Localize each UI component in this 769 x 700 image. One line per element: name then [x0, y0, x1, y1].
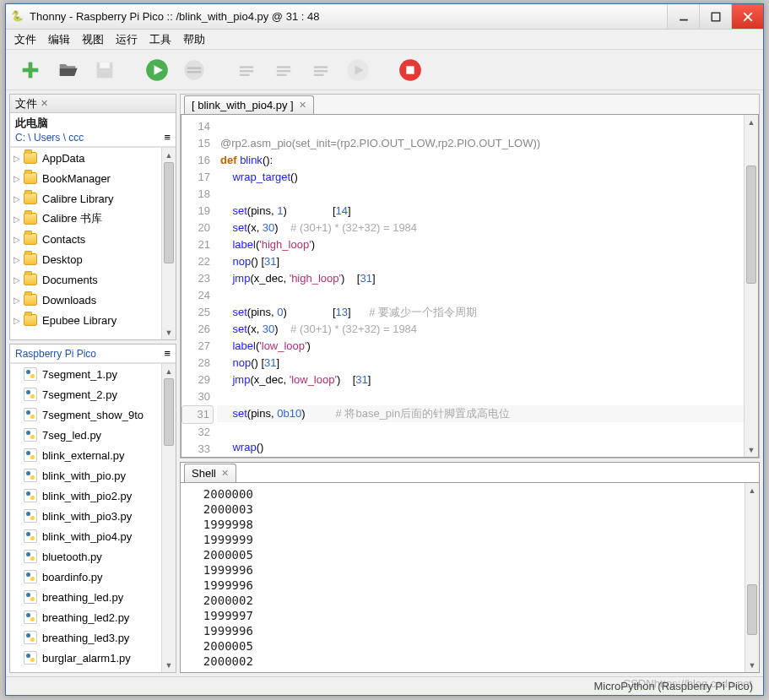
- folder-icon: [24, 152, 37, 164]
- folder-icon: [24, 253, 37, 265]
- svg-rect-20: [314, 70, 328, 72]
- open-file-button[interactable]: [53, 56, 82, 84]
- file-label: 7segment_1.py: [42, 368, 117, 381]
- files-panel-close-icon[interactable]: ✕: [41, 98, 48, 109]
- folder-item[interactable]: ▷BookManager: [10, 168, 176, 188]
- step-out-button[interactable]: [306, 56, 335, 84]
- python-file-icon: [24, 529, 37, 543]
- local-computer-label[interactable]: 此电脑: [15, 116, 171, 131]
- file-label: 7segment_2.py: [42, 388, 117, 401]
- status-bar: MicroPython (Raspberry Pi Pico): [6, 676, 763, 695]
- folder-label: BookManager: [42, 172, 111, 185]
- device-file-tree[interactable]: ▲▼ 7segment_1.py7segment_2.py7segment_sh…: [10, 363, 176, 672]
- file-label: blink_external.py: [42, 449, 125, 462]
- close-button[interactable]: [731, 4, 763, 29]
- code-editor[interactable]: 1415161718192021222324252627282930313233…: [181, 115, 759, 458]
- stop-button[interactable]: [396, 56, 425, 84]
- svg-rect-21: [314, 73, 324, 75]
- python-file-icon: [24, 590, 37, 604]
- folder-item[interactable]: ▷AppData: [10, 148, 176, 168]
- file-item[interactable]: breathing_led3.py: [10, 627, 176, 648]
- folder-item[interactable]: ▷Contacts: [10, 229, 176, 249]
- folder-item[interactable]: ▷Downloads: [10, 290, 176, 310]
- local-path[interactable]: C: \ Users \ ccc: [15, 132, 84, 144]
- files-panel-local: 文件 ✕ 此电脑 C: \ Users \ ccc ≡ ▲▼ ▷AppData▷…: [9, 94, 176, 340]
- file-label: breathing_led3.py: [42, 632, 129, 644]
- status-interpreter[interactable]: MicroPython (Raspberry Pi Pico): [593, 680, 753, 692]
- debug-button[interactable]: [180, 56, 208, 84]
- python-file-icon: [24, 408, 37, 421]
- run-button[interactable]: [143, 56, 171, 84]
- shell-panel: Shell ✕ 2000000 2000003 1999998 1999999 …: [180, 462, 760, 673]
- menu-run[interactable]: 运行: [116, 32, 138, 47]
- folder-icon: [24, 294, 37, 306]
- file-item[interactable]: blink_with_pio2.py: [10, 486, 176, 506]
- menu-edit[interactable]: 编辑: [48, 32, 70, 47]
- editor-tab-close-icon[interactable]: ✕: [299, 100, 306, 111]
- editor-scrollbar[interactable]: ▲▼: [744, 115, 758, 457]
- file-item[interactable]: 7seg_led.py: [10, 425, 176, 445]
- svg-rect-12: [187, 71, 201, 73]
- folder-item[interactable]: ▷Epubee Library: [10, 310, 176, 330]
- file-item[interactable]: 7segment_1.py: [10, 364, 176, 384]
- file-item[interactable]: burglar_alarm1.py: [10, 648, 176, 668]
- save-button[interactable]: [90, 56, 119, 84]
- window-title: Thonny - Raspberry Pi Pico :: /blink_wit…: [30, 10, 667, 23]
- menu-bar: 文件 编辑 视图 运行 工具 帮助: [6, 30, 763, 50]
- svg-rect-5: [29, 62, 33, 78]
- menu-file[interactable]: 文件: [14, 32, 36, 47]
- folder-icon: [24, 314, 37, 326]
- files-panel-menu-icon[interactable]: ≡: [164, 131, 171, 144]
- svg-rect-13: [240, 66, 253, 68]
- folder-tree[interactable]: ▲▼ ▷AppData▷BookManager▷Calibre Library▷…: [10, 147, 176, 339]
- resume-button[interactable]: [344, 56, 372, 84]
- maximize-button[interactable]: [699, 4, 731, 29]
- file-item[interactable]: 7segment_show_9to: [10, 404, 176, 425]
- step-into-button[interactable]: [269, 56, 298, 84]
- file-item[interactable]: 7segment_2.py: [10, 384, 176, 404]
- file-label: blink_with_pio3.py: [42, 510, 132, 523]
- menu-view[interactable]: 视图: [82, 32, 104, 47]
- file-item[interactable]: breathing_led2.py: [10, 607, 176, 627]
- svg-point-10: [184, 60, 203, 79]
- python-file-icon: [24, 489, 37, 502]
- folder-item[interactable]: ▷Documents: [10, 269, 176, 290]
- folder-item[interactable]: ▷Calibre Library: [10, 188, 176, 209]
- svg-rect-16: [277, 66, 290, 68]
- title-bar: 🐍 Thonny - Raspberry Pi Pico :: /blink_w…: [6, 4, 763, 30]
- folder-icon: [24, 274, 37, 285]
- step-over-button[interactable]: [232, 56, 261, 84]
- toolbar: [6, 50, 763, 90]
- menu-tools[interactable]: 工具: [149, 32, 171, 47]
- svg-rect-11: [187, 67, 201, 68]
- file-item[interactable]: bluetooth.py: [10, 546, 176, 567]
- file-item[interactable]: blink_external.py: [10, 445, 176, 465]
- editor-panel: [ blink_with_pio4.py ] ✕ 141516171819202…: [180, 94, 760, 459]
- editor-tab[interactable]: [ blink_with_pio4.py ] ✕: [184, 95, 314, 114]
- code-area[interactable]: @rp2.asm_pio(set_init=(rp2.PIO.OUT_LOW,r…: [217, 115, 758, 457]
- file-item[interactable]: breathing_led.py: [10, 587, 176, 607]
- folder-item[interactable]: ▷Desktop: [10, 249, 176, 269]
- file-item[interactable]: blink_with_pio4.py: [10, 526, 176, 546]
- file-label: blink_with_pio.py: [42, 469, 126, 482]
- file-item[interactable]: boardinfo.py: [10, 567, 176, 587]
- shell-tab[interactable]: Shell ✕: [184, 464, 236, 482]
- minimize-button[interactable]: [667, 4, 699, 29]
- svg-rect-18: [277, 73, 287, 75]
- shell-output[interactable]: 2000000 2000003 1999998 1999999 2000005 …: [181, 483, 759, 672]
- file-label: breathing_led2.py: [42, 611, 129, 624]
- new-file-button[interactable]: [16, 56, 45, 84]
- file-label: breathing_led.py: [42, 591, 123, 604]
- device-label[interactable]: Raspberry Pi Pico: [15, 348, 96, 360]
- shell-scrollbar[interactable]: ▲▼: [745, 483, 759, 672]
- shell-tab-close-icon[interactable]: ✕: [221, 468, 229, 479]
- folder-label: Desktop: [42, 253, 83, 266]
- file-item[interactable]: blink_with_pio3.py: [10, 506, 176, 526]
- svg-rect-7: [100, 62, 110, 68]
- file-item[interactable]: blink_with_pio.py: [10, 465, 176, 486]
- menu-help[interactable]: 帮助: [183, 32, 205, 47]
- folder-item[interactable]: ▷Calibre 书库: [10, 209, 176, 229]
- device-panel-menu-icon[interactable]: ≡: [164, 347, 171, 360]
- python-file-icon: [24, 367, 37, 381]
- python-file-icon: [24, 428, 37, 442]
